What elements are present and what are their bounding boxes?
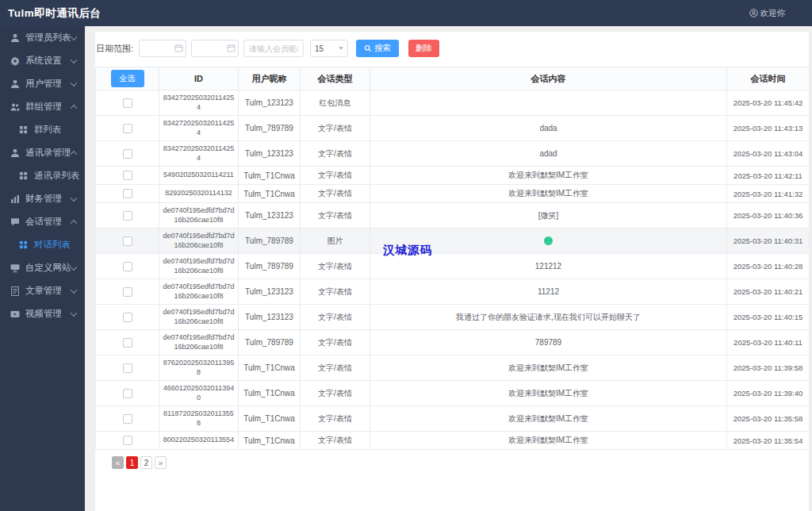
cell-time: 2025-03-20 11:43:04 [727,141,810,167]
delete-button[interactable]: 删除 [408,40,439,57]
row-checkbox[interactable] [123,189,132,198]
cell-nickname: Tulm_123123 [239,90,301,116]
date-start-input[interactable] [139,40,186,57]
search-button[interactable]: 搜索 [356,40,399,57]
cell-nickname: Tulm_T1Cnwa [239,355,301,381]
row-checkbox[interactable] [123,149,132,159]
row-checkbox[interactable] [123,389,132,398]
cell-nickname: Tulm_789789 [239,229,301,254]
cell-time: 2025-03-20 11:40:15 [727,305,810,330]
filter-toolbar: 日期范围: 15 搜索 删除 [95,40,809,57]
sidebar-item[interactable]: 群组管理 [0,95,85,118]
chevron-down-icon [71,79,77,86]
sidebar-item[interactable]: 会话管理 [0,210,85,233]
row-checkbox[interactable] [123,287,132,297]
sidebar-item[interactable]: 视频管理 [0,302,85,325]
cell-id: 8118720250320113558 [159,406,239,432]
chevron-up-icon [71,104,77,110]
cell-content: 欢迎来到默契IM工作室 [370,355,727,381]
cell-nickname: Tulm_T1Cnwa [239,381,301,406]
cell-time: 2025-03-20 11:43:13 [727,116,810,141]
select-all-button[interactable]: 全选 [111,70,144,87]
cell-content [370,229,727,254]
cell-time: 2025-03-20 11:41:32 [727,185,810,203]
cell-type: 文字/表情 [301,432,370,450]
sidebar-item[interactable]: 通讯录管理 [0,141,85,164]
table-row: 82920250320114132Tulm_T1Cnwa文字/表情欢迎来到默契I… [96,185,810,203]
table-row: 8342720250320114254Tulm_123123红包消息2025-0… [96,90,810,116]
cell-time: 2025-03-20 11:40:28 [727,254,810,279]
cell-type: 红包消息 [301,90,370,116]
sidebar-item[interactable]: 系统设置 [0,49,85,72]
grid-icon [19,240,29,249]
chevron-down-icon [71,309,77,316]
nickname-input[interactable] [243,40,304,57]
column-header: 会话内容 [370,67,727,90]
table-row: de0740f195edfd7bd7d16b206cae10f8Tulm_789… [96,330,810,355]
row-checkbox[interactable] [123,211,132,221]
table-row: de0740f195edfd7bd7d16b206cae10f8Tulm_123… [96,305,810,330]
sidebar-subitem[interactable]: 群列表 [0,118,85,141]
row-checkbox[interactable] [123,313,132,322]
sidebar-item[interactable]: 管理员列表 [0,26,85,49]
row-checkbox[interactable] [123,414,132,424]
user-management-icon [10,79,21,89]
sidebar-subitem[interactable]: 对话列表 [0,233,85,256]
cell-id: 8342720250320114254 [159,116,239,141]
cell-content [370,90,727,116]
row-checkbox[interactable] [123,338,132,348]
chevron-down-icon [339,47,343,50]
cell-content: 我通过了你的朋友验证请求,现在我们可以开始聊天了 [370,305,727,330]
sidebar-item[interactable]: 自定义网站 [0,256,85,279]
main-content: 日期范围: 15 搜索 删除 [85,26,812,511]
app-title: Tulm即时通讯后台 [0,6,101,21]
table-row: 8342720250320114254Tulm_123123文字/表情adad2… [96,141,810,167]
cell-id: de0740f195edfd7bd7d16b206cae10f8 [159,305,239,330]
pagination-next[interactable]: » [155,456,167,469]
cell-id: 800220250320113554 [159,432,239,450]
cell-content: 欢迎来到默契IM工作室 [370,432,727,450]
chevron-down-icon [71,33,77,40]
pagination-page[interactable]: 2 [140,456,152,469]
pagination-page[interactable]: 1 [126,456,138,469]
cell-nickname: Tulm_T1Cnwa [239,185,301,203]
pagination-prev[interactable]: « [112,456,124,469]
table-row: 8342720250320114254Tulm_789789文字/表情dada2… [96,116,810,141]
row-checkbox[interactable] [123,98,132,108]
sidebar-subitem[interactable]: 通讯录列表 [0,164,85,187]
article-management-icon [10,286,21,296]
session-management-icon [10,217,21,227]
table-row: de0740f195edfd7bd7d16b206cae10f8Tulm_123… [96,279,810,305]
sidebar-item[interactable]: 文章管理 [0,279,85,302]
sidebar-item[interactable]: 用户管理 [0,72,85,95]
sidebar-item-label: 自定义网站 [25,262,71,274]
cell-type: 文字/表情 [301,203,370,229]
cell-type: 文字/表情 [301,254,370,279]
date-end-input[interactable] [191,40,239,57]
sidebar-subitem-label: 通讯录列表 [34,170,80,182]
contacts-management-icon [10,148,21,158]
search-button-label: 搜索 [374,43,391,54]
sidebar-item[interactable]: 财务管理 [0,187,85,210]
row-checkbox[interactable] [123,262,132,271]
cell-content: 欢迎来到默契IM工作室 [370,381,727,406]
search-icon [364,44,372,52]
user-welcome[interactable]: 欢迎你 [749,8,812,19]
column-header: 会话类型 [301,67,370,90]
row-checkbox[interactable] [123,436,132,445]
cell-type: 文字/表情 [301,116,370,141]
cell-id: de0740f195edfd7bd7d16b206cae10f8 [159,330,239,355]
row-checkbox[interactable] [123,171,132,180]
row-checkbox[interactable] [123,124,132,133]
calendar-icon [227,44,236,52]
cell-id: 8762020250320113958 [159,355,239,381]
cell-time: 2025-03-20 11:40:11 [727,330,810,355]
chevron-down-icon [71,194,77,201]
sidebar-item-label: 通讯录管理 [25,147,71,159]
cell-content: dada [370,116,727,141]
content-card: 日期范围: 15 搜索 删除 [95,32,809,511]
cell-type: 文字/表情 [301,141,370,167]
row-checkbox[interactable] [123,236,132,246]
page-size-select[interactable]: 15 [310,40,348,57]
row-checkbox[interactable] [123,363,132,373]
